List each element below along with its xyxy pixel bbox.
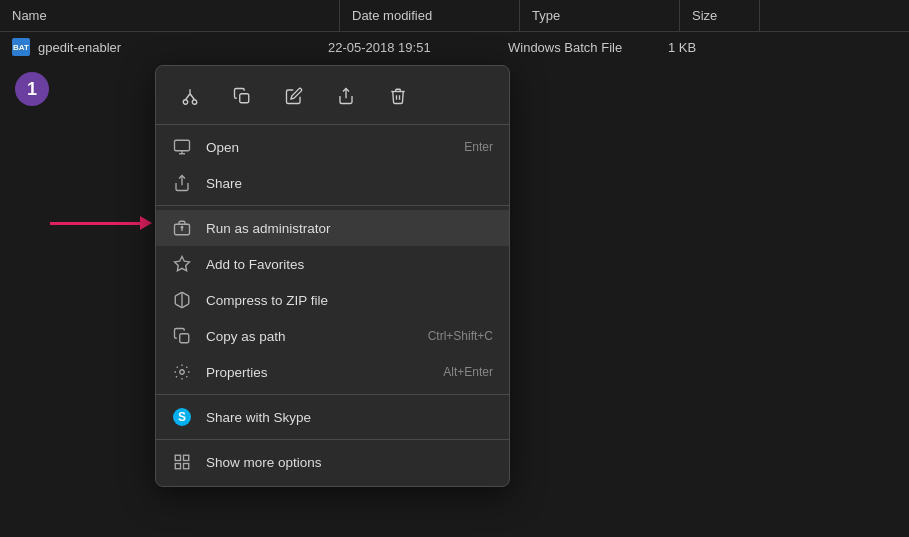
svg-point-13 bbox=[181, 227, 183, 229]
copy-path-icon bbox=[172, 326, 192, 346]
file-icon: BAT bbox=[12, 38, 30, 56]
menu-item-share[interactable]: Share bbox=[156, 165, 509, 201]
properties-shortcut: Alt+Enter bbox=[443, 365, 493, 379]
copy-path-label: Copy as path bbox=[206, 329, 414, 344]
more-options-icon bbox=[172, 452, 192, 472]
quick-actions-row bbox=[156, 72, 509, 125]
svg-rect-16 bbox=[180, 334, 189, 343]
file-type-cell: Windows Batch File bbox=[508, 40, 668, 55]
svg-marker-14 bbox=[175, 257, 190, 271]
favorites-label: Add to Favorites bbox=[206, 257, 493, 272]
file-name-text: gpedit-enabler bbox=[38, 40, 121, 55]
open-shortcut: Enter bbox=[464, 140, 493, 154]
share-label: Share bbox=[206, 176, 493, 191]
context-menu: Open Enter Share Run as administrator bbox=[155, 65, 510, 487]
svg-rect-7 bbox=[175, 140, 190, 151]
separator-2 bbox=[156, 394, 509, 395]
svg-point-17 bbox=[180, 370, 185, 375]
menu-item-more-options[interactable]: Show more options bbox=[156, 444, 509, 480]
svg-rect-18 bbox=[175, 455, 180, 460]
svg-rect-5 bbox=[240, 94, 249, 103]
open-label: Open bbox=[206, 140, 450, 155]
menu-item-copy-path[interactable]: Copy as path Ctrl+Shift+C bbox=[156, 318, 509, 354]
admin-icon bbox=[172, 218, 192, 238]
menu-item-add-favorites[interactable]: Add to Favorites bbox=[156, 246, 509, 282]
rename-icon[interactable] bbox=[280, 82, 308, 110]
menu-item-run-as-admin[interactable]: Run as administrator bbox=[156, 210, 509, 246]
skype-icon: S bbox=[172, 407, 192, 427]
svg-point-0 bbox=[183, 100, 188, 105]
share-skype-label: Share with Skype bbox=[206, 410, 493, 425]
delete-icon[interactable] bbox=[384, 82, 412, 110]
svg-point-1 bbox=[192, 100, 197, 105]
zip-label: Compress to ZIP file bbox=[206, 293, 493, 308]
step-badge-1: 1 bbox=[15, 72, 49, 106]
copy-icon[interactable] bbox=[228, 82, 256, 110]
more-options-label: Show more options bbox=[206, 455, 493, 470]
arrow-line bbox=[50, 222, 140, 225]
svg-rect-19 bbox=[184, 455, 189, 460]
col-header-name: Name bbox=[0, 0, 340, 31]
arrow-head bbox=[140, 216, 152, 230]
menu-item-properties[interactable]: Properties Alt+Enter bbox=[156, 354, 509, 390]
menu-item-open[interactable]: Open Enter bbox=[156, 129, 509, 165]
cut-icon[interactable] bbox=[176, 82, 204, 110]
svg-line-3 bbox=[190, 94, 195, 100]
zip-icon bbox=[172, 290, 192, 310]
separator-1 bbox=[156, 205, 509, 206]
svg-rect-20 bbox=[184, 464, 189, 469]
file-size-cell: 1 KB bbox=[668, 40, 748, 55]
svg-line-2 bbox=[186, 94, 191, 100]
file-row[interactable]: BAT gpedit-enabler 22-05-2018 19:51 Wind… bbox=[0, 32, 909, 62]
properties-icon bbox=[172, 362, 192, 382]
menu-item-share-skype[interactable]: S Share with Skype bbox=[156, 399, 509, 435]
share-quick-icon[interactable] bbox=[332, 82, 360, 110]
favorites-icon bbox=[172, 254, 192, 274]
file-date-cell: 22-05-2018 19:51 bbox=[328, 40, 508, 55]
open-icon bbox=[172, 137, 192, 157]
arrow-indicator bbox=[50, 216, 152, 230]
admin-label: Run as administrator bbox=[206, 221, 493, 236]
col-header-date: Date modified bbox=[340, 0, 520, 31]
menu-item-compress-zip[interactable]: Compress to ZIP file bbox=[156, 282, 509, 318]
col-header-type: Type bbox=[520, 0, 680, 31]
copy-path-shortcut: Ctrl+Shift+C bbox=[428, 329, 493, 343]
properties-label: Properties bbox=[206, 365, 429, 380]
separator-3 bbox=[156, 439, 509, 440]
file-name-cell: BAT gpedit-enabler bbox=[12, 38, 328, 56]
col-header-size: Size bbox=[680, 0, 760, 31]
svg-rect-21 bbox=[175, 464, 180, 469]
share-menu-icon bbox=[172, 173, 192, 193]
explorer-header: Name Date modified Type Size bbox=[0, 0, 909, 32]
